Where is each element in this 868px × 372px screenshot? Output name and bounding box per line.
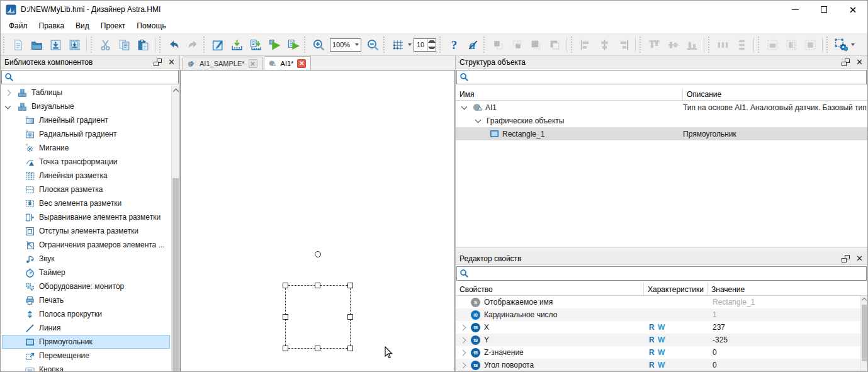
library-group-tables[interactable]: Таблицы	[1, 86, 171, 99]
collapse-icon[interactable]	[5, 103, 11, 109]
library-item-layout-flat[interactable]: Плоская разметка	[1, 183, 171, 196]
resize-handle-e[interactable]	[347, 314, 353, 320]
library-item-gradient-radial[interactable]: Радиальный градиент	[1, 127, 171, 141]
expand-icon[interactable]	[460, 325, 466, 331]
chevron-down-icon[interactable]	[851, 43, 855, 46]
close-panel-icon[interactable]: ✕	[855, 254, 864, 262]
library-item-layout-linear[interactable]: Линейная разметка	[1, 169, 171, 183]
run-screen-icon[interactable]	[284, 35, 303, 54]
edit-icon[interactable]	[208, 35, 227, 54]
redo-icon[interactable]	[183, 35, 202, 54]
selection-rectangle[interactable]	[285, 285, 351, 349]
library-group-visual[interactable]: Визуальные	[1, 99, 171, 113]
toolbar-drag-handle[interactable]	[203, 37, 207, 53]
library-item-move[interactable]: Перемещение	[1, 349, 171, 363]
grid-size-spinner[interactable]: 10	[414, 38, 436, 52]
cut-icon[interactable]	[96, 35, 115, 54]
toolbar-drag-handle[interactable]	[758, 37, 762, 53]
resize-handle-sw[interactable]	[283, 346, 288, 351]
menu-help[interactable]: Помощь	[131, 20, 171, 32]
expand-icon[interactable]	[460, 350, 466, 356]
property-value[interactable]: -325	[713, 335, 728, 344]
toolbar-drag-handle[interactable]	[640, 37, 643, 53]
library-item-button[interactable]: btnКнопка	[1, 363, 171, 371]
bring-front-icon[interactable]	[526, 35, 545, 54]
minimize-button[interactable]	[781, 1, 809, 18]
resize-handle-s[interactable]	[315, 346, 320, 351]
float-panel-icon[interactable]	[842, 255, 850, 262]
toolbar-drag-handle[interactable]	[159, 37, 163, 53]
property-value[interactable]: 237	[713, 323, 725, 332]
structure-row-ai1[interactable]: AI1Тип на основе AI1. Аналоговый датчик.…	[456, 101, 867, 114]
align-middle-icon[interactable]	[663, 35, 682, 54]
import-library-icon[interactable]	[246, 35, 265, 54]
expand-icon[interactable]	[460, 337, 466, 344]
open-file-icon[interactable]	[27, 35, 46, 54]
float-panel-icon[interactable]	[154, 59, 162, 66]
copy-icon[interactable]	[115, 35, 133, 54]
library-item-layout-margins[interactable]: Отступы элемента разметки	[1, 224, 171, 238]
chevron-down-icon[interactable]	[408, 43, 412, 46]
lower-icon[interactable]	[507, 35, 526, 54]
library-item-sound[interactable]: Звук	[1, 252, 171, 266]
property-row-кардинальное-число[interactable]: i8Кардинальное число1	[456, 308, 867, 321]
library-item-line[interactable]: Линия	[1, 321, 171, 335]
spin-down-icon[interactable]	[428, 45, 436, 51]
column-header-name[interactable]: Имя	[456, 88, 683, 100]
align-bottom-icon[interactable]	[682, 35, 701, 54]
scroll-up-icon[interactable]	[172, 86, 179, 96]
library-item-monitor[interactable]: Оборудование: монитор	[1, 279, 171, 293]
property-value[interactable]: 0	[713, 348, 717, 357]
collapse-icon[interactable]	[475, 117, 482, 123]
library-item-layout-align[interactable]: Выравнивание элемента разметки	[1, 210, 171, 224]
same-height-icon[interactable]	[782, 35, 801, 54]
zoom-out-icon[interactable]	[363, 35, 382, 54]
toolbar-drag-handle[interactable]	[708, 37, 712, 53]
menu-project[interactable]: Проект	[95, 20, 132, 32]
tab-close-icon[interactable]: ✕	[297, 59, 306, 68]
align-top-icon[interactable]	[645, 35, 663, 54]
expand-icon[interactable]	[5, 90, 11, 96]
tab-ai1[interactable]: AI1*✕	[264, 56, 312, 70]
library-item-rectangle[interactable]: Прямоугольник	[1, 335, 171, 349]
library-search-input[interactable]	[1, 70, 179, 84]
design-canvas[interactable]	[180, 70, 455, 371]
raise-icon[interactable]	[488, 35, 507, 54]
zoom-in-icon[interactable]	[309, 35, 328, 54]
menu-file[interactable]: Файл	[3, 20, 33, 32]
library-item-scrollbar[interactable]: Полоса прокрутки	[1, 307, 171, 321]
same-width-icon[interactable]	[763, 35, 782, 54]
close-button[interactable]: ✕	[838, 1, 867, 18]
property-row-z-значение[interactable]: f8Z-значениеR W0	[456, 346, 867, 359]
align-right-icon[interactable]	[614, 35, 633, 54]
toolbar-drag-handle[interactable]	[3, 37, 7, 53]
same-size-icon[interactable]	[801, 35, 820, 54]
run-project-icon[interactable]	[265, 35, 284, 54]
menu-view[interactable]: Вид	[70, 20, 95, 32]
selection-settings-icon[interactable]	[831, 35, 850, 54]
resize-handle-ne[interactable]	[347, 283, 353, 288]
column-header-description[interactable]: Описание	[683, 88, 867, 100]
toolbar-drag-handle[interactable]	[483, 37, 487, 53]
antialias-icon[interactable]: a	[463, 35, 482, 54]
column-header-value[interactable]: Значение	[707, 283, 867, 295]
library-item-timer[interactable]: Таймер	[1, 266, 171, 279]
float-panel-icon[interactable]	[842, 59, 850, 66]
column-header-property[interactable]: Свойство	[456, 283, 644, 295]
align-left-icon[interactable]	[576, 35, 595, 54]
grid-icon[interactable]	[388, 35, 407, 54]
structure-row-rectangle-1[interactable]: Rectangle_1Прямоугольник	[456, 127, 867, 140]
resize-handle-nw[interactable]	[283, 283, 288, 288]
undo-icon[interactable]	[164, 35, 183, 54]
property-value[interactable]: Rectangle_1	[713, 298, 755, 307]
property-row-y[interactable]: f8YR W-325	[456, 334, 867, 346]
import-widget-icon[interactable]	[227, 35, 246, 54]
toolbar-drag-handle[interactable]	[383, 37, 387, 53]
distribute-v-icon[interactable]	[732, 35, 751, 54]
panel-splitter[interactable]	[456, 247, 867, 250]
toolbar-drag-handle[interactable]	[826, 37, 830, 53]
property-row-отображаемое-имя[interactable]: SОтображаемое имяRectangle_1	[456, 296, 867, 308]
library-item-layout-weight[interactable]: Вес элемента разметки	[1, 196, 171, 210]
align-center-h-icon[interactable]	[595, 35, 614, 54]
resize-handle-w[interactable]	[283, 314, 288, 320]
